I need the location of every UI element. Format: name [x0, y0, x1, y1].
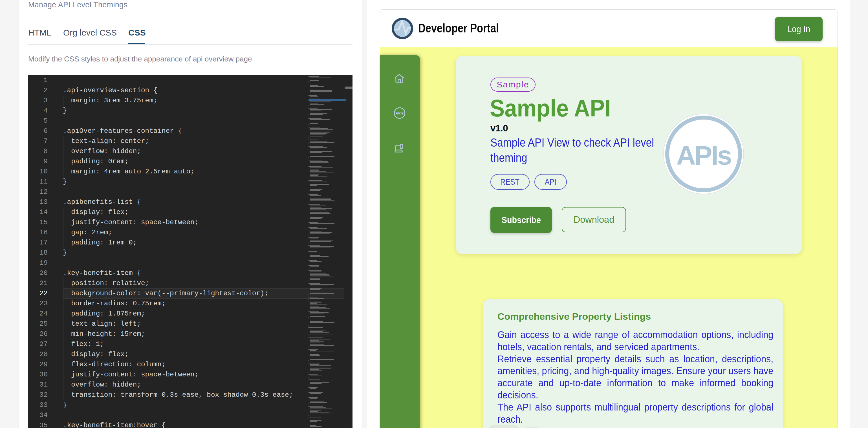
svg-text:APIs: APIs	[396, 111, 404, 115]
svg-text:APIs: APIs	[676, 141, 731, 170]
